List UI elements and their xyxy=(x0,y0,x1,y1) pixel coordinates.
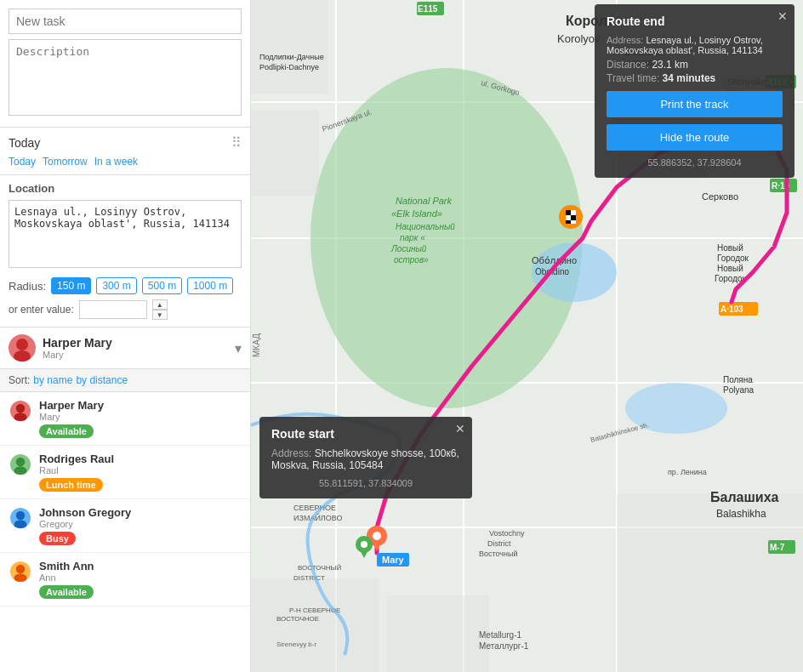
selected-person-info: Harper Mary Mary xyxy=(43,336,112,360)
route-start-close-btn[interactable]: ✕ xyxy=(455,422,465,436)
person-info: Smith Ann Ann Available xyxy=(39,560,242,599)
svg-rect-28 xyxy=(251,111,319,196)
radius-300[interactable]: 300 m xyxy=(96,277,136,294)
list-item[interactable]: Johnson Gregory Gregory Busy xyxy=(0,499,250,553)
person-sub: Raul xyxy=(39,465,242,476)
svg-point-3 xyxy=(14,413,27,422)
sort-label: Sort: xyxy=(9,374,30,386)
svg-rect-78 xyxy=(566,210,571,215)
date-header: Today ⠿ xyxy=(9,134,242,151)
description-textarea[interactable] xyxy=(9,39,242,116)
svg-text:Металлург-1: Металлург-1 xyxy=(479,641,529,651)
svg-text:ИЗМАЙЛОВО: ИЗМАЙЛОВО xyxy=(293,513,343,522)
sort-by-distance[interactable]: by distance xyxy=(76,374,128,386)
status-badge: Lunch time xyxy=(39,478,103,492)
radius-500[interactable]: 500 m xyxy=(142,277,182,294)
mary-map-label: Mary xyxy=(377,553,409,567)
grid-icon[interactable]: ⠿ xyxy=(231,134,242,151)
new-task-input[interactable] xyxy=(9,9,242,34)
route-start-popup: ✕ Route start Address: Shchelkovskoye sh… xyxy=(259,417,472,498)
distance-value: 23.1 km xyxy=(652,59,688,71)
route-start-address: Address: Shchelkovskoye shosse, 100к6, M… xyxy=(271,447,460,471)
svg-rect-27 xyxy=(251,0,327,94)
sort-by-name[interactable]: by name xyxy=(33,374,72,386)
svg-text:Новый: Новый xyxy=(717,243,743,253)
svg-text:остров»: остров» xyxy=(394,255,429,265)
svg-text:Podlipki-Dachnye: Podlipki-Dachnye xyxy=(259,63,319,71)
person-selector-left: Harper Mary Mary xyxy=(9,334,112,362)
route-end-close-btn[interactable]: ✕ xyxy=(777,9,788,23)
list-item[interactable]: Smith Ann Ann Available xyxy=(0,553,250,607)
distance-label: Distance: xyxy=(607,59,649,71)
route-end-popup: ✕ Route end Address: Lesnaya ul., Losiny… xyxy=(595,4,794,178)
avatar xyxy=(9,399,32,423)
svg-text:Новый: Новый xyxy=(717,264,743,273)
status-badge: Available xyxy=(39,424,94,438)
route-end-title: Route end xyxy=(607,14,783,28)
svg-text:ВОСТОЧНЫЙ: ВОСТОЧНЫЙ xyxy=(298,564,342,572)
tab-tomorrow[interactable]: Tomorrow xyxy=(43,156,88,168)
selected-person-sub: Mary xyxy=(43,350,112,360)
route-start-coords: 55.811591, 37.834009 xyxy=(271,478,460,488)
svg-text:Балашиха: Балашиха xyxy=(710,490,779,504)
svg-rect-82 xyxy=(566,220,571,224)
left-panel: Today ⠿ Today Tomorrow In a week Locatio… xyxy=(0,0,251,672)
svg-point-1 xyxy=(14,350,31,362)
svg-text:Подлипки-Дачные: Подлипки-Дачные xyxy=(259,53,324,61)
avatar xyxy=(9,560,32,584)
spinner-down[interactable]: ▼ xyxy=(152,310,168,320)
svg-text:Лосиный: Лосиный xyxy=(390,244,427,253)
svg-text:Balashikha: Balashikha xyxy=(716,508,766,520)
person-sub: Mary xyxy=(39,412,242,422)
spinner-buttons: ▲ ▼ xyxy=(152,299,168,320)
svg-text:District: District xyxy=(487,539,511,548)
sort-row: Sort: by name by distance xyxy=(0,369,250,392)
tab-today[interactable]: Today xyxy=(9,156,36,168)
status-badge: Available xyxy=(39,585,94,599)
person-sub: Gregory xyxy=(39,519,242,529)
list-item[interactable]: Harper Mary Mary Available xyxy=(0,392,250,446)
svg-text:Серково: Серково xyxy=(702,191,738,202)
svg-point-86 xyxy=(373,532,381,540)
status-badge: Busy xyxy=(39,532,76,545)
chevron-down-icon: ▾ xyxy=(235,340,242,356)
date-tabs: Today Tomorrow In a week xyxy=(9,156,242,168)
person-info: Johnson Gregory Gregory Busy xyxy=(39,506,242,545)
tab-week[interactable]: In a week xyxy=(94,156,138,168)
spinner-up[interactable]: ▲ xyxy=(152,299,168,310)
person-selector[interactable]: Harper Mary Mary ▾ xyxy=(0,327,250,369)
radius-1000[interactable]: 1000 m xyxy=(187,277,233,294)
travel-label: Travel time: xyxy=(607,72,659,84)
person-info: Rodriges Raul Raul Lunch time xyxy=(39,453,242,492)
map-area[interactable]: National Park «Elk Island» Национальный … xyxy=(251,0,803,672)
svg-point-2 xyxy=(16,404,26,413)
svg-rect-31 xyxy=(251,578,379,672)
person-name: Rodriges Raul xyxy=(39,453,242,465)
enter-value-input[interactable] xyxy=(79,300,147,319)
hide-route-button[interactable]: Hide the route xyxy=(607,124,783,151)
list-item[interactable]: Rodriges Raul Raul Lunch time xyxy=(0,446,250,499)
svg-text:ВОСТОЧНОЕ: ВОСТОЧНОЕ xyxy=(276,615,319,623)
svg-text:пр. Ленина: пр. Ленина xyxy=(668,468,707,476)
location-label: Location xyxy=(9,182,242,195)
svg-rect-80 xyxy=(566,215,571,220)
route-end-travel: Travel time: 34 minutes xyxy=(607,72,783,84)
route-start-title: Route start xyxy=(271,427,460,441)
svg-text:DISTRICT: DISTRICT xyxy=(293,574,325,582)
svg-rect-30 xyxy=(617,493,803,672)
svg-text:National Park: National Park xyxy=(396,196,453,206)
radius-150[interactable]: 150 m xyxy=(51,277,91,294)
radius-row: Radius: 150 m 300 m 500 m 1000 m xyxy=(9,277,242,294)
svg-point-89 xyxy=(361,541,367,548)
enter-value-row: or enter value: ▲ ▼ xyxy=(9,299,242,320)
location-textarea[interactable]: Lesnaya ul., Losinyy Ostrov, Moskovskaya… xyxy=(9,200,242,268)
svg-text:МКАД: МКАД xyxy=(252,333,261,357)
route-end-address: Address: Lesnaya ul., Losinyy Ostrov, Mo… xyxy=(607,35,783,55)
radius-label: Radius: xyxy=(9,280,46,293)
print-track-button[interactable]: Print the track xyxy=(607,91,783,117)
start-address-label: Address: xyxy=(271,447,311,459)
svg-point-6 xyxy=(16,511,26,521)
address-label: Address: xyxy=(607,35,643,45)
svg-rect-83 xyxy=(571,220,576,224)
svg-text:А·103: А·103 xyxy=(720,305,743,314)
